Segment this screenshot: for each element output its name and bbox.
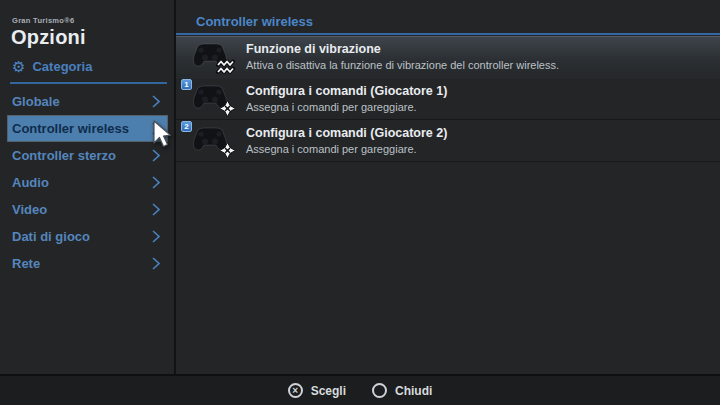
sidebar: Gran Turismo®6 Opzioni ⚙ Categoria Globa…	[0, 0, 174, 373]
settings-list: Funzione di vibrazione Attiva o disattiv…	[176, 36, 720, 162]
list-item-title: Configura i comandi (Giocatore 2)	[246, 125, 447, 142]
chevron-right-icon	[152, 149, 160, 162]
page-title: Opzioni	[11, 26, 86, 49]
chevron-right-icon	[152, 257, 160, 270]
sidebar-item-label: Globale	[12, 94, 152, 109]
list-item-funzione-di-vibrazione[interactable]: Funzione di vibrazione Attiva o disattiv…	[176, 36, 720, 78]
dpad-cross-icon	[219, 100, 236, 117]
sidebar-item-globale[interactable]: Globale	[8, 89, 167, 114]
circle-button-icon	[372, 383, 387, 398]
sidebar-item-rete[interactable]: Rete	[8, 251, 167, 276]
list-item-text: Configura i comandi (Giocatore 2) Assegn…	[246, 125, 447, 156]
sidebar-item-label: Dati di gioco	[12, 229, 152, 244]
sidebar-item-audio[interactable]: Audio	[8, 170, 167, 195]
sidebar-item-video[interactable]: Video	[8, 197, 167, 222]
settings-panel: Controller wireless	[176, 0, 720, 373]
close-hint-label: Chiudi	[395, 384, 432, 398]
sidebar-item-label: Controller sterzo	[12, 148, 152, 163]
gamepad-dpad-icon: 2	[190, 124, 234, 158]
gamepad-vibration-icon	[190, 40, 234, 74]
brand-logo: Gran Turismo®6	[12, 16, 75, 25]
list-item-title: Funzione di vibrazione	[246, 41, 559, 58]
vibration-waves-icon	[216, 59, 236, 75]
panel-title-underline	[176, 33, 720, 35]
sidebar-item-label: Controller wireless	[12, 121, 152, 136]
sidebar-item-label: Rete	[12, 256, 152, 271]
category-underline	[10, 82, 167, 84]
category-menu: Globale Controller wireless Controller s…	[8, 89, 167, 278]
select-hint: × Scegli	[288, 383, 346, 398]
list-item-configura-comandi-giocatore-1[interactable]: 1 Configura i	[176, 78, 720, 120]
list-item-title: Configura i comandi (Giocatore 1)	[246, 83, 447, 100]
list-item-description: Attiva o disattiva la funzione di vibraz…	[246, 58, 559, 72]
list-item-description: Assegna i comandi per gareggiare.	[246, 100, 447, 114]
select-hint-label: Scegli	[311, 384, 346, 398]
chevron-right-icon	[152, 95, 160, 108]
gamepad-dpad-icon: 1	[190, 82, 234, 116]
list-item-description: Assegna i comandi per gareggiare.	[246, 142, 447, 156]
close-hint: Chiudi	[372, 383, 432, 398]
list-item-text: Funzione di vibrazione Attiva o disattiv…	[246, 41, 559, 72]
gear-icon: ⚙	[12, 59, 25, 74]
chevron-right-icon	[152, 176, 160, 189]
chevron-right-icon	[152, 230, 160, 243]
panel-title: Controller wireless	[196, 14, 313, 29]
sidebar-item-label: Audio	[12, 175, 152, 190]
list-item-configura-comandi-giocatore-2[interactable]: 2 Configura i	[176, 120, 720, 162]
category-header: ⚙ Categoria	[12, 57, 92, 75]
chevron-right-icon	[152, 203, 160, 216]
mouse-cursor	[152, 120, 174, 148]
dpad-cross-icon	[219, 142, 236, 159]
list-item-text: Configura i comandi (Giocatore 1) Assegn…	[246, 83, 447, 114]
sidebar-item-dati-di-gioco[interactable]: Dati di gioco	[8, 224, 167, 249]
category-label: Categoria	[32, 59, 92, 74]
button-hint-bar: × Scegli Chiudi	[0, 374, 720, 405]
sidebar-item-label: Video	[12, 202, 152, 217]
sidebar-item-controller-wireless[interactable]: Controller wireless	[8, 116, 167, 141]
cross-button-icon: ×	[288, 383, 303, 398]
sidebar-item-controller-sterzo[interactable]: Controller sterzo	[8, 143, 167, 168]
